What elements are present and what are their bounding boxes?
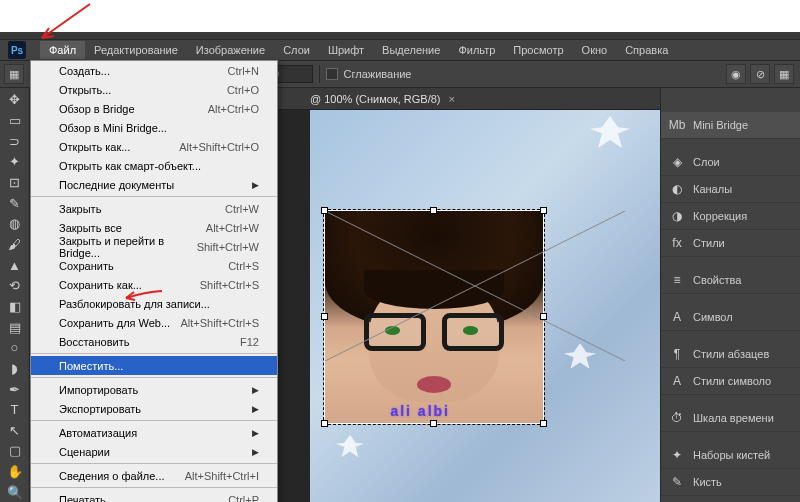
- transform-handle[interactable]: [430, 207, 437, 214]
- panel-icon: ◑: [669, 208, 685, 224]
- menu-item[interactable]: ЗакрытьCtrl+W: [31, 199, 277, 218]
- tool-move[interactable]: ✥: [3, 90, 27, 110]
- menu-item[interactable]: ВосстановитьF12: [31, 332, 277, 351]
- menu-select[interactable]: Выделение: [373, 41, 449, 59]
- tool-eyedropper[interactable]: ✎: [3, 193, 27, 213]
- transform-handle[interactable]: [540, 313, 547, 320]
- canvas[interactable]: ali albi: [310, 110, 660, 502]
- panel-label: Шкала времени: [693, 412, 774, 424]
- panel-icon: ¶: [669, 346, 685, 362]
- opt-icon-3[interactable]: ▦: [774, 64, 794, 84]
- menu-item[interactable]: Закрыть и перейти в Bridge...Shift+Ctrl+…: [31, 237, 277, 256]
- tool-hand[interactable]: ✋: [3, 462, 27, 482]
- file-dropdown-menu: Создать...Ctrl+NОткрыть...Ctrl+OОбзор в …: [30, 60, 278, 502]
- tool-marquee[interactable]: ▭: [3, 111, 27, 131]
- tool-shape[interactable]: ▢: [3, 441, 27, 461]
- panel-icon: Mb: [669, 117, 685, 133]
- menu-item[interactable]: Печатать...Ctrl+P: [31, 490, 277, 502]
- tool-crop[interactable]: ⊡: [3, 173, 27, 193]
- tool-history[interactable]: ⟲: [3, 276, 27, 296]
- tool-wand[interactable]: ✦: [3, 152, 27, 172]
- panel-button[interactable]: fxСтили: [661, 230, 800, 257]
- menu-item[interactable]: Сценарии▶: [31, 442, 277, 461]
- transform-handle[interactable]: [321, 313, 328, 320]
- opt-icon-1[interactable]: ◉: [726, 64, 746, 84]
- panel-icon: ◐: [669, 181, 685, 197]
- panel-label: Каналы: [693, 183, 732, 195]
- tool-zoom[interactable]: 🔍: [3, 482, 27, 502]
- dove-image: [336, 435, 364, 457]
- panel-label: Коррекция: [693, 210, 747, 222]
- panel-button[interactable]: ✦Наборы кистей: [661, 442, 800, 469]
- tool-stamp[interactable]: ▲: [3, 255, 27, 275]
- tool-brush[interactable]: 🖌: [3, 235, 27, 255]
- transform-handle[interactable]: [540, 420, 547, 427]
- antialias-checkbox[interactable]: [326, 68, 338, 80]
- menu-item[interactable]: Импортировать▶: [31, 380, 277, 399]
- panel-button[interactable]: AСтили символо: [661, 368, 800, 395]
- dove-image: [564, 343, 596, 369]
- panel-button[interactable]: ⏱Шкала времени: [661, 405, 800, 432]
- transform-handle[interactable]: [321, 207, 328, 214]
- menu-item[interactable]: Обзор в Mini Bridge...: [31, 118, 277, 137]
- panel-button[interactable]: ◈Слои: [661, 149, 800, 176]
- transform-handle[interactable]: [540, 207, 547, 214]
- tool-heal[interactable]: ◍: [3, 214, 27, 234]
- panel-button[interactable]: ✎Кисть: [661, 469, 800, 496]
- transform-handle[interactable]: [321, 420, 328, 427]
- menu-item[interactable]: Экспортировать▶: [31, 399, 277, 418]
- panel-label: Свойства: [693, 274, 741, 286]
- menu-item[interactable]: Поместить...: [31, 356, 277, 375]
- menu-help[interactable]: Справка: [616, 41, 677, 59]
- menu-item[interactable]: Обзор в BridgeAlt+Ctrl+O: [31, 99, 277, 118]
- menu-filter[interactable]: Фильтр: [449, 41, 504, 59]
- placed-image-transform[interactable]: ali albi: [324, 210, 544, 424]
- menu-window[interactable]: Окно: [573, 41, 617, 59]
- tool-preset-icon[interactable]: ▦: [4, 64, 24, 84]
- panel-icon: ≡: [669, 272, 685, 288]
- tab-close-icon[interactable]: ×: [449, 93, 455, 105]
- menu-item[interactable]: Создать...Ctrl+N: [31, 61, 277, 80]
- placed-photo: ali albi: [325, 211, 543, 423]
- panel-button[interactable]: AСимвол: [661, 304, 800, 331]
- menu-file[interactable]: Файл: [40, 41, 85, 59]
- menu-item[interactable]: Сведения о файле...Alt+Shift+Ctrl+I: [31, 466, 277, 485]
- document-tab-title[interactable]: @ 100% (Снимок, RGB/8): [310, 93, 441, 105]
- antialias-label: Сглаживание: [344, 68, 412, 80]
- menubar: Ps Файл Редактирование Изображение Слои …: [0, 40, 800, 60]
- menu-item[interactable]: Открыть как...Alt+Shift+Ctrl+O: [31, 137, 277, 156]
- menu-item[interactable]: Сохранить как...Shift+Ctrl+S: [31, 275, 277, 294]
- tool-pen[interactable]: ✒: [3, 379, 27, 399]
- panel-button[interactable]: ¶Стили абзацев: [661, 341, 800, 368]
- panel-button[interactable]: ≡Свойства: [661, 267, 800, 294]
- panel-icon: ✎: [669, 474, 685, 490]
- panel-button[interactable]: ◑Коррекция: [661, 203, 800, 230]
- dove-image: [590, 116, 630, 148]
- opt-icon-2[interactable]: ⊘: [750, 64, 770, 84]
- tool-lasso[interactable]: ⊃: [3, 131, 27, 151]
- panel-button[interactable]: ◐Каналы: [661, 176, 800, 203]
- tool-path[interactable]: ↖: [3, 421, 27, 441]
- menu-item[interactable]: Автоматизация▶: [31, 423, 277, 442]
- tool-gradient[interactable]: ▤: [3, 317, 27, 337]
- tool-dodge[interactable]: ◗: [3, 359, 27, 379]
- panel-button[interactable]: MbMini Bridge: [661, 112, 800, 139]
- tool-type[interactable]: T: [3, 400, 27, 420]
- menu-type[interactable]: Шрифт: [319, 41, 373, 59]
- menu-item[interactable]: СохранитьCtrl+S: [31, 256, 277, 275]
- menu-edit[interactable]: Редактирование: [85, 41, 187, 59]
- panel-icon: fx: [669, 235, 685, 251]
- menu-item[interactable]: Разблокировать для записи...: [31, 294, 277, 313]
- menu-layers[interactable]: Слои: [274, 41, 319, 59]
- menu-item[interactable]: Сохранить для Web...Alt+Shift+Ctrl+S: [31, 313, 277, 332]
- tool-eraser[interactable]: ◧: [3, 297, 27, 317]
- tool-blur[interactable]: ○: [3, 338, 27, 358]
- menu-view[interactable]: Просмотр: [504, 41, 572, 59]
- transform-handle[interactable]: [430, 420, 437, 427]
- menu-image[interactable]: Изображение: [187, 41, 274, 59]
- window-titlebar: [0, 32, 800, 40]
- menu-item[interactable]: Открыть...Ctrl+O: [31, 80, 277, 99]
- menu-item[interactable]: Открыть как смарт-объект...: [31, 156, 277, 175]
- tools-panel: ✥ ▭ ⊃ ✦ ⊡ ✎ ◍ 🖌 ▲ ⟲ ◧ ▤ ○ ◗ ✒ T ↖ ▢ ✋ 🔍: [0, 88, 30, 502]
- menu-item[interactable]: Последние документы▶: [31, 175, 277, 194]
